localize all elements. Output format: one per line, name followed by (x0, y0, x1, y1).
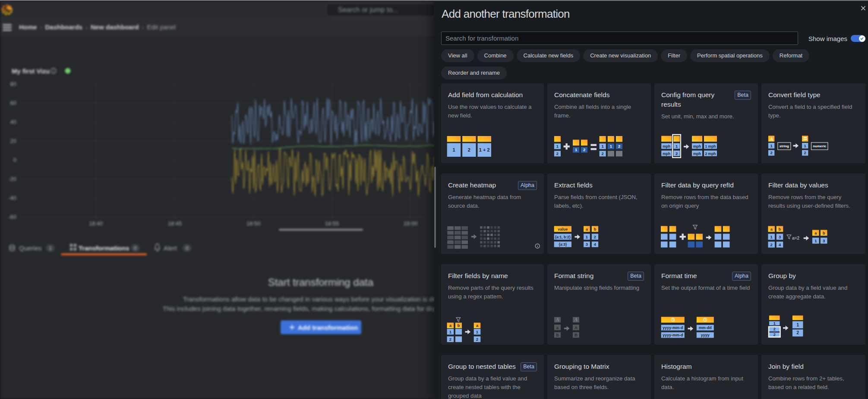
svg-text:2: 2 (804, 150, 806, 155)
svg-text:a: a (556, 325, 559, 330)
svg-text:Queries: Queries (19, 244, 42, 252)
svg-text:value: value (558, 227, 568, 231)
svg-text:{a:1, b:2}: {a:1, b:2} (555, 235, 571, 239)
svg-text:1: 1 (796, 323, 799, 327)
svg-text:Start transforming data: Start transforming data (268, 276, 374, 288)
svg-text:B: B (574, 332, 578, 337)
svg-text:This includes joining data tog: This includes joining data together, ren… (163, 305, 479, 312)
svg-text:1: 1 (770, 143, 773, 148)
svg-text:mm-dd: mm-dd (699, 326, 712, 330)
svg-text:0: 0 (186, 245, 189, 251)
svg-text:yyyy-mm-d: yyyy-mm-d (663, 326, 683, 330)
svg-text:a=2: a=2 (792, 236, 799, 241)
svg-text:3: 3 (823, 238, 825, 243)
svg-text:yyyy-mm-d: yyyy-mm-d (663, 333, 683, 337)
svg-text:3: 3 (779, 234, 781, 239)
svg-text:mph: mph (693, 144, 701, 149)
svg-text:2: 2 (770, 242, 773, 247)
svg-text:1: 1 (675, 144, 678, 149)
svg-text:2: 2 (449, 337, 451, 342)
svg-text:numeric: numeric (813, 144, 827, 148)
svg-text:1: 1 (452, 147, 455, 152)
svg-text:A: A (574, 317, 578, 322)
svg-text:b: b (458, 323, 460, 328)
svg-text:Transformations allow data to: Transformations allow data to be changed… (183, 295, 458, 303)
svg-text:mph: mph (693, 152, 701, 156)
svg-text:60: 60 (10, 100, 16, 106)
svg-text:mph: mph (663, 144, 670, 149)
svg-text:18:55: 18:55 (325, 220, 339, 227)
svg-text:string: string (780, 144, 789, 148)
svg-text:2: 2 (583, 147, 585, 152)
svg-text:2: 2 (773, 332, 776, 337)
svg-text:2: 2 (468, 147, 470, 152)
svg-text:1: 1 (602, 144, 604, 149)
svg-text:2: 2 (770, 150, 773, 155)
svg-text:1: 1 (770, 234, 773, 239)
svg-text:1: 1 (49, 245, 52, 251)
svg-text:0: 0 (13, 157, 16, 163)
svg-text:2: 2 (796, 330, 799, 335)
svg-text:b: b (594, 227, 597, 231)
svg-text:1: 1 (773, 321, 776, 326)
svg-text:2: 2 (618, 144, 620, 149)
svg-text:1: 1 (610, 144, 612, 149)
svg-text:4: 4 (779, 242, 781, 247)
svg-text:18:50: 18:50 (246, 220, 261, 227)
svg-text:3: 3 (586, 242, 588, 247)
svg-text:1: 1 (575, 147, 578, 152)
svg-text:1: 1 (804, 143, 807, 148)
svg-text:19:00: 19:00 (404, 220, 418, 227)
svg-text:2 mph: 2 mph (705, 152, 716, 156)
svg-text:-40: -40 (8, 195, 16, 201)
svg-text:mph: mph (663, 152, 670, 156)
svg-text:2: 2 (602, 151, 604, 156)
svg-text:1: 1 (449, 329, 452, 334)
svg-text:A: A (574, 325, 578, 330)
svg-text:A: A (769, 136, 773, 142)
svg-text:80: 80 (10, 81, 16, 87)
svg-text:18:40: 18:40 (89, 220, 103, 227)
svg-text:2: 2 (476, 337, 478, 342)
svg-text:1: 1 (586, 234, 588, 239)
svg-text:A: A (556, 317, 559, 322)
svg-text:-20: -20 (8, 176, 16, 182)
svg-text:40: 40 (10, 119, 16, 125)
svg-text:Transformations: Transformations (79, 244, 129, 252)
svg-text:b: b (779, 227, 781, 231)
svg-text:2: 2 (773, 327, 776, 331)
svg-text:Alert: Alert (164, 244, 177, 252)
svg-text:2: 2 (556, 151, 559, 156)
svg-text:2: 2 (594, 234, 596, 239)
svg-text:1: 1 (476, 329, 479, 334)
svg-text:20: 20 (10, 138, 16, 144)
svg-text:My first Vizu: My first Vizu (12, 67, 50, 75)
svg-text:-60: -60 (8, 214, 16, 220)
svg-text:1: 1 (556, 144, 559, 149)
svg-text:4: 4 (594, 242, 597, 247)
svg-text:b: b (823, 231, 825, 235)
svg-text:0: 0 (134, 245, 137, 251)
svg-text:Add transformation: Add transformation (298, 324, 358, 331)
svg-text:yyyy: yyyy (701, 333, 710, 337)
svg-text:1: 1 (814, 238, 817, 243)
svg-text:{a:3}: {a:3} (559, 242, 567, 247)
svg-text:2: 2 (675, 151, 678, 156)
svg-text:18:45: 18:45 (168, 220, 182, 227)
svg-text:1 + 2: 1 + 2 (479, 147, 490, 152)
svg-text:b: b (556, 332, 559, 337)
svg-text:1 mph: 1 mph (705, 144, 716, 149)
